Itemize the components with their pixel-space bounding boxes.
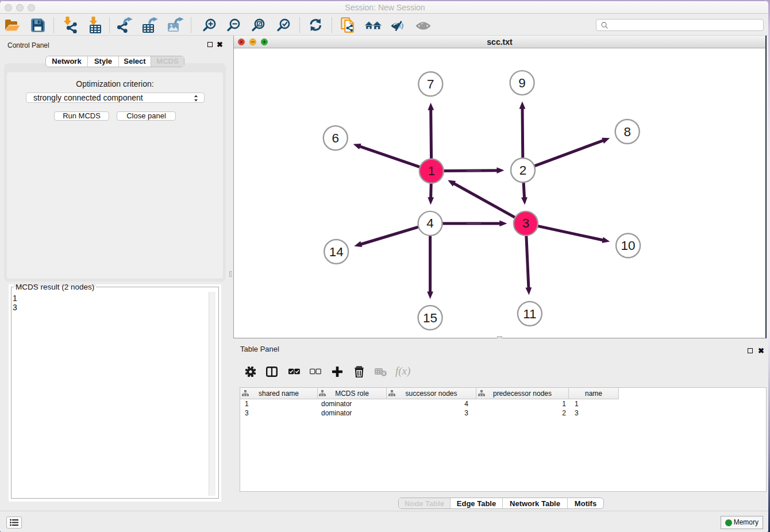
svg-text:6: 6 — [332, 131, 340, 145]
svg-text:11: 11 — [523, 307, 536, 321]
svg-text:4: 4 — [426, 216, 434, 230]
svg-text:8: 8 — [623, 125, 631, 139]
svg-text:9: 9 — [518, 76, 526, 90]
svg-text:1: 1 — [428, 164, 436, 178]
svg-text:7: 7 — [427, 77, 434, 91]
svg-text:15: 15 — [423, 311, 437, 325]
svg-text:2: 2 — [519, 163, 527, 178]
svg-text:14: 14 — [329, 245, 344, 259]
svg-text:10: 10 — [621, 238, 636, 253]
svg-text:3: 3 — [522, 216, 530, 230]
